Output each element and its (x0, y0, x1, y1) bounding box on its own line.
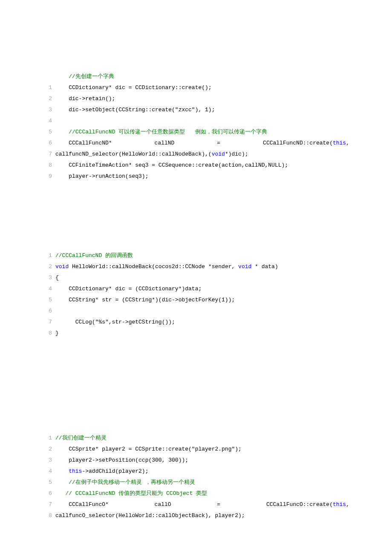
code-text: // CCCallFuncND 传值的类型只能为 CCObject 类型 (55, 489, 349, 498)
code-text: dic->retain(); (55, 95, 349, 104)
code-text: //我们创建一个精灵 (55, 434, 349, 443)
code-line: 1 CCDictionary* dic = CCDictionary::crea… (43, 84, 349, 95)
code-block-1: //先创建一个字典 1 CCDictionary* dic = CCDictio… (43, 72, 349, 183)
code-document: //先创建一个字典 1 CCDictionary* dic = CCDictio… (0, 0, 392, 555)
code-text: //CCCallFuncND 可以传递一个任意数据类型 例如，我们可以传递一个字… (55, 128, 349, 137)
code-line: 4 this->addChild(player2); (43, 467, 349, 478)
code-text: { (55, 274, 349, 283)
code-line: 4 CCDictionary* dic = (CCDictionary*)dat… (43, 285, 349, 296)
line-number: 4 (43, 117, 55, 126)
code-line: 7 CCCallFuncO*callO=CCCallFuncO::create(… (43, 500, 349, 512)
code-line: 5 //CCCallFuncND 可以传递一个任意数据类型 例如，我们可以传递一… (43, 128, 349, 139)
code-line: 3{ (43, 274, 349, 285)
line-number: 6 (43, 139, 55, 148)
code-line: 9 player->runAction(seq3); (43, 172, 349, 183)
line-number: 5 (43, 128, 55, 137)
code-line: 1//我们创建一个精灵 (43, 434, 349, 445)
line-number: 8 (43, 512, 55, 520)
code-text: CCDictionary* dic = CCDictionary::create… (55, 84, 349, 92)
code-line: 3 dic->setObject(CCString::create("zxcc"… (43, 106, 349, 117)
code-text: player->runAction(seq3); (55, 172, 349, 181)
code-text: //先创建一个字典 (55, 72, 349, 81)
code-block-2: 1//CCCallFuncND 的回调函数2void HelloWorld::c… (43, 251, 349, 340)
line-number: 5 (43, 478, 55, 487)
code-line: 6 (43, 307, 349, 318)
code-line: 6 // CCCallFuncND 传值的类型只能为 CCObject 类型 (43, 489, 349, 500)
line-number: 3 (43, 106, 55, 115)
code-text: //在例子中我先移动一个精灵 ，再移动另一个精灵 (55, 478, 349, 487)
line-number: 7 (43, 318, 55, 327)
line-number: 1 (43, 251, 55, 260)
line-number: 6 (43, 489, 55, 498)
line-number: 5 (43, 296, 55, 305)
code-text: callfuncND_selector(HelloWorld::callNode… (55, 150, 349, 159)
code-text: void HelloWorld::callNodeBack(cocos2d::C… (55, 263, 349, 272)
code-text: CCSprite* player2 = CCSprite::create("pl… (55, 445, 349, 454)
code-text: } (55, 329, 349, 338)
code-text: //CCCallFuncND 的回调函数 (55, 251, 349, 260)
code-line: 6 CCCallFuncND*callND=CCCallFuncND::crea… (43, 139, 349, 150)
code-lines: 1 CCDictionary* dic = CCDictionary::crea… (43, 84, 349, 183)
code-lines: 1//我们创建一个精灵2 CCSprite* player2 = CCSprit… (43, 434, 349, 523)
line-number: 9 (43, 172, 55, 181)
line-number: 1 (43, 434, 55, 443)
code-text: CCString* str = (CCString*)(dic->objectF… (55, 296, 349, 305)
code-text: player2->setPosition(ccp(300, 300)); (55, 456, 349, 465)
code-text: this->addChild(player2); (55, 467, 349, 476)
code-line: 5 CCString* str = (CCString*)(dic->objec… (43, 296, 349, 307)
line-number: 4 (43, 467, 55, 476)
code-line: 8} (43, 329, 349, 340)
code-text: dic->setObject(CCString::create("zxcc"),… (55, 106, 349, 115)
code-line: 1//CCCallFuncND 的回调函数 (43, 251, 349, 263)
code-text: CCCallFuncND*callND=CCCallFuncND::create… (55, 139, 349, 148)
code-pre-line: //先创建一个字典 (43, 72, 349, 84)
line-number: 8 (43, 161, 55, 170)
line-number: 7 (43, 150, 55, 159)
code-text: CCDictionary* dic = (CCDictionary*)data; (55, 285, 349, 294)
code-line: 2 dic->retain(); (43, 95, 349, 106)
code-text: CCFiniteTimeAction* seq3 = CCSequence::c… (55, 161, 349, 170)
code-block-3: 1//我们创建一个精灵2 CCSprite* player2 = CCSprit… (43, 434, 349, 523)
line-number: 4 (43, 285, 55, 294)
code-line: 8 CCFiniteTimeAction* seq3 = CCSequence:… (43, 161, 349, 172)
code-line: 2void HelloWorld::callNodeBack(cocos2d::… (43, 263, 349, 274)
code-text: CCLog("%s",str->getCString()); (55, 318, 349, 327)
line-number: 2 (43, 95, 55, 104)
code-line: 5 //在例子中我先移动一个精灵 ，再移动另一个精灵 (43, 478, 349, 489)
line-number: 2 (43, 263, 55, 272)
line-number: 2 (43, 445, 55, 454)
code-text: CCCallFuncO*callO=CCCallFuncO::create(th… (55, 500, 349, 509)
line-number: 3 (43, 456, 55, 465)
code-lines: 1//CCCallFuncND 的回调函数2void HelloWorld::c… (43, 251, 349, 340)
code-line: 2 CCSprite* player2 = CCSprite::create("… (43, 445, 349, 456)
line-number: 8 (43, 329, 55, 338)
code-line: 7callfuncND_selector(HelloWorld::callNod… (43, 150, 349, 161)
line-number: 1 (43, 84, 55, 92)
code-line: 3 player2->setPosition(ccp(300, 300)); (43, 456, 349, 467)
code-line: 7 CCLog("%s",str->getCString()); (43, 318, 349, 329)
code-text: callfuncO_selector(HelloWorld::callObjec… (55, 512, 349, 520)
code-line: 4 (43, 117, 349, 128)
line-number: 7 (43, 500, 55, 509)
code-line: 8callfuncO_selector(HelloWorld::callObje… (43, 512, 349, 523)
line-number: 6 (43, 307, 55, 316)
line-number: 3 (43, 274, 55, 283)
